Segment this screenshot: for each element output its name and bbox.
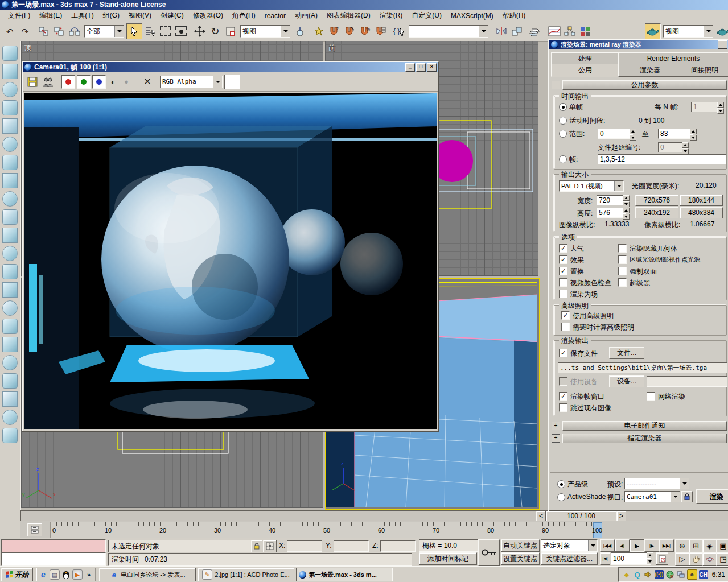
file-number-spinner[interactable] bbox=[682, 142, 689, 154]
quicklaunch-desktop-icon[interactable]: ▤ bbox=[50, 569, 60, 580]
chevron-down-icon[interactable] bbox=[588, 540, 597, 551]
selection-lock-icon[interactable] bbox=[251, 540, 262, 552]
manipulate-icon[interactable] bbox=[311, 24, 326, 39]
align-icon[interactable] bbox=[509, 24, 524, 39]
gear-icon[interactable] bbox=[2, 209, 18, 225]
force-2sided-checkbox[interactable] bbox=[618, 267, 627, 275]
camera-icon[interactable] bbox=[2, 428, 18, 443]
range-from-spinner[interactable] bbox=[630, 129, 636, 141]
devices-button[interactable]: 设备... bbox=[609, 375, 644, 387]
quicklaunch-ie-icon[interactable]: e bbox=[39, 570, 48, 579]
menu-file[interactable]: 文件(F) bbox=[3, 10, 35, 22]
preset-dropdown[interactable]: ------------- bbox=[624, 478, 689, 489]
common-params-header[interactable]: 公用参数 bbox=[562, 80, 727, 90]
assign-renderer-header[interactable]: 指定渲染器 bbox=[562, 434, 727, 443]
expand-icon[interactable]: + bbox=[552, 422, 560, 430]
eye-icon[interactable] bbox=[2, 391, 18, 407]
absolute-offset-toggle-icon[interactable] bbox=[263, 540, 277, 552]
taskbar-task-acdsee[interactable]: ✎ 2.jpg [1:1] : ACD Photo E... bbox=[198, 568, 294, 581]
time-configuration-icon[interactable] bbox=[656, 552, 668, 565]
boxes-icon[interactable] bbox=[2, 264, 18, 279]
car-icon[interactable] bbox=[2, 246, 18, 261]
zoom-extents-icon[interactable]: ◈ bbox=[702, 539, 717, 552]
viewport-dropdown[interactable]: Camera01 bbox=[624, 491, 680, 502]
pan-hand-icon[interactable] bbox=[689, 552, 703, 566]
effects-checkbox[interactable]: ✓ bbox=[559, 255, 567, 264]
material-editor-icon[interactable] bbox=[578, 24, 593, 39]
coil-icon[interactable] bbox=[2, 300, 18, 316]
set-keys-button[interactable] bbox=[478, 539, 500, 566]
render-window-title-bar[interactable]: Camera01, 帧 100 (1:1) _ □ × bbox=[23, 62, 438, 72]
height-spinner[interactable] bbox=[623, 208, 630, 220]
assign-renderer-rollout[interactable]: + 指定渲染器 bbox=[552, 434, 727, 443]
sphere-icon[interactable] bbox=[2, 373, 18, 389]
email-notifications-header[interactable]: 电子邮件通知 bbox=[562, 421, 727, 431]
schematic-view-icon[interactable] bbox=[562, 24, 577, 39]
menu-tools[interactable]: 工具(T) bbox=[67, 10, 98, 22]
layers-icon[interactable] bbox=[528, 24, 543, 39]
arc-rotate-icon[interactable] bbox=[702, 552, 717, 566]
window-crossing-icon[interactable] bbox=[174, 24, 188, 39]
checker-icon[interactable] bbox=[2, 137, 18, 152]
tab-process[interactable]: 处理 bbox=[551, 52, 619, 65]
curve-editor-icon[interactable] bbox=[547, 24, 562, 39]
menu-group[interactable]: 组(G) bbox=[98, 10, 124, 22]
render-dialog-title-bar[interactable]: 渲染场景: mental ray 渲染器 _ bbox=[549, 40, 728, 49]
select-by-name-icon[interactable] bbox=[143, 24, 158, 39]
tray-diamond-icon[interactable]: ◆ bbox=[622, 570, 631, 579]
menu-maxscript[interactable]: MAXScript(M) bbox=[446, 11, 498, 21]
use-pivot-center-icon[interactable] bbox=[293, 24, 307, 39]
tray-quicktime-icon[interactable]: Q bbox=[633, 570, 642, 579]
minimize-icon[interactable]: _ bbox=[405, 63, 415, 72]
tab-renderer[interactable]: 渲染器 bbox=[618, 64, 682, 77]
menu-rendering[interactable]: 渲染(R) bbox=[375, 10, 408, 22]
save-image-icon[interactable] bbox=[26, 75, 39, 89]
y-coordinate-field[interactable] bbox=[334, 540, 369, 552]
beachball-icon[interactable] bbox=[2, 82, 18, 97]
joint-icon[interactable] bbox=[2, 191, 18, 207]
zoom-icon[interactable]: ⊕ bbox=[675, 539, 689, 552]
select-object-icon[interactable] bbox=[126, 23, 142, 39]
device-field[interactable] bbox=[647, 376, 727, 387]
mirror-icon[interactable] bbox=[494, 24, 509, 39]
maxscript-mini-listener-pink[interactable] bbox=[1, 539, 106, 552]
angle-snap-icon[interactable] bbox=[342, 24, 357, 39]
render-scene-dialog[interactable]: 渲染场景: mental ray 渲染器 _ 处理 Render Element… bbox=[548, 39, 728, 511]
monochrome-icon[interactable]: ◐ bbox=[108, 75, 119, 89]
width-spinner[interactable] bbox=[623, 195, 630, 207]
render-hidden-checkbox[interactable] bbox=[618, 244, 627, 253]
min-max-toggle-icon[interactable]: ◳ bbox=[716, 552, 728, 566]
collapse-icon[interactable]: - bbox=[552, 81, 560, 89]
m-badge-icon[interactable] bbox=[2, 355, 18, 370]
snap-toggle-3d-icon[interactable]: 2 bbox=[327, 24, 342, 39]
key-mode-toggle-icon[interactable]: |◀| bbox=[600, 552, 610, 565]
menu-modifiers[interactable]: 修改器(O) bbox=[188, 10, 228, 22]
output-path-field[interactable]: ...ts and Settings\bit1\桌面\第一场景.tga bbox=[558, 362, 727, 373]
previous-frame-icon[interactable]: ◀| bbox=[615, 539, 630, 552]
super-black-checkbox[interactable] bbox=[618, 278, 627, 287]
add-time-tag-button[interactable]: 添加时间标记 bbox=[419, 552, 477, 565]
frames-field[interactable]: 1,3,5-12 bbox=[598, 154, 726, 164]
menu-customize[interactable]: 自定义(U) bbox=[407, 10, 446, 22]
menu-views[interactable]: 视图(V) bbox=[124, 10, 156, 22]
rendered-frame-window-checkbox[interactable]: ✓ bbox=[559, 392, 567, 401]
named-selection-sets-icon[interactable]: { } bbox=[392, 24, 406, 39]
taskbar-task-browser[interactable]: e 电白同乡论坛 -> 发表... bbox=[99, 568, 196, 581]
height-field[interactable]: 576 bbox=[597, 208, 626, 218]
main-title-bar[interactable]: 第一场景.max - 3ds max 7 - Stand-alone Licen… bbox=[0, 0, 728, 10]
clear-icon[interactable]: ✕ bbox=[140, 75, 155, 89]
rect-selection-region-icon[interactable] bbox=[158, 24, 173, 39]
go-to-end-icon[interactable]: ▶▶| bbox=[659, 539, 674, 552]
selected-objects-dropdown[interactable]: 选定对象 bbox=[541, 539, 598, 552]
set-key-button[interactable]: 设置关键点 bbox=[501, 552, 540, 565]
green-channel-icon[interactable] bbox=[77, 75, 91, 89]
rendered-frame-window[interactable]: Camera01, 帧 100 (1:1) _ □ × ◐ ● ✕ RGB Al… bbox=[22, 61, 439, 432]
use-advanced-lighting-checkbox[interactable]: ✓ bbox=[561, 311, 570, 320]
frame-spinner[interactable] bbox=[647, 552, 653, 564]
render-scene-icon[interactable] bbox=[645, 23, 661, 39]
waves-icon[interactable] bbox=[2, 282, 18, 298]
quick-render-icon[interactable] bbox=[715, 24, 728, 39]
files-button[interactable]: 文件... bbox=[609, 347, 644, 359]
hand-icon[interactable] bbox=[2, 337, 18, 352]
displacement-checkbox[interactable]: ✓ bbox=[559, 267, 567, 275]
